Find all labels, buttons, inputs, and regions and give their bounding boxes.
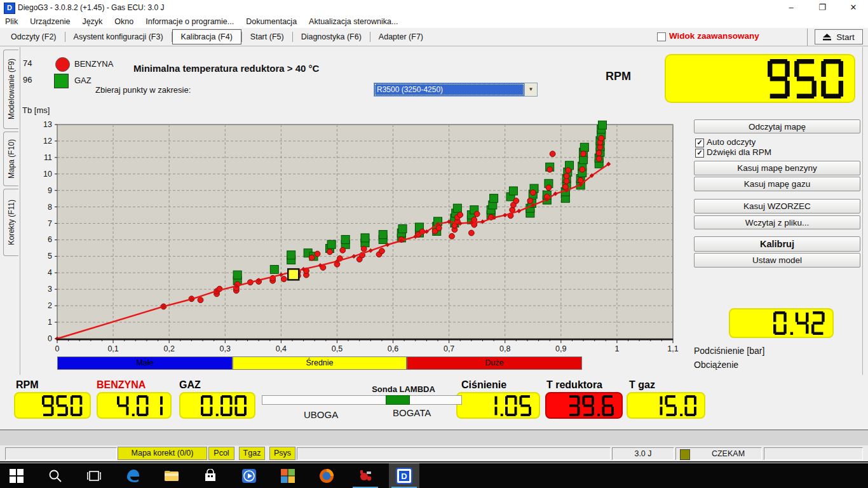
- rpm-display-label: RPM: [606, 70, 631, 83]
- lambda-probe-title: Sonda LAMBDA: [353, 384, 454, 394]
- advanced-view-checkbox[interactable]: [657, 32, 666, 41]
- status-panel: [297, 447, 611, 460]
- menu-item-urz-dzenie[interactable]: Urządzenie: [30, 17, 70, 26]
- psys-button[interactable]: Psys: [269, 447, 295, 460]
- start-connection-button[interactable]: Start: [815, 29, 863, 44]
- lambda-probe-indicator: [386, 395, 410, 405]
- menu-item-j-zyk[interactable]: Język: [82, 17, 102, 26]
- svg-text:8: 8: [48, 203, 52, 212]
- taskbar-edge-icon[interactable]: [118, 463, 148, 488]
- tab-adapter-f7[interactable]: Adapter (F7): [370, 30, 431, 44]
- calibration-chart[interactable]: 01234567891011121300,10,20,30,40,50,60,7…: [19, 102, 686, 356]
- tab-odczyty-f2[interactable]: Odczyty (F2): [3, 30, 65, 44]
- benzyna-point-count: 74: [23, 58, 32, 68]
- menu-item-informacje-o-programie[interactable]: Informacje o programie...: [146, 17, 234, 26]
- connection-state-indicator: [680, 449, 690, 460]
- correction-map-button[interactable]: Mapa korekt (0/0): [118, 447, 207, 460]
- svg-text:0,9: 0,9: [555, 344, 566, 353]
- side-tab-modelowanie-f9[interactable]: Modelowanie (F9): [3, 50, 18, 129]
- clear-gas-map-button[interactable]: Kasuj mapę gazu: [694, 177, 860, 191]
- load-segment-du-e: Duże: [407, 356, 582, 370]
- gaz-label: GAZ: [179, 379, 201, 391]
- windows-taskbar: DPOLPLP09:252015-09-16: [0, 463, 868, 488]
- lambda-lean-label: UBOGA: [304, 409, 338, 420]
- svg-text:9: 9: [48, 186, 52, 195]
- svg-text:7: 7: [48, 219, 52, 228]
- svg-text:5: 5: [48, 252, 52, 261]
- svg-text:0: 0: [55, 344, 60, 353]
- taskbar-photos-icon[interactable]: [273, 463, 303, 488]
- svg-text:1: 1: [614, 344, 619, 353]
- gaz-lcd-display: [179, 392, 255, 419]
- taskbar-firefox-icon[interactable]: [311, 463, 342, 488]
- tab-kalibracja-f4[interactable]: Kalibracja (F4): [172, 29, 241, 44]
- load-from-file-button[interactable]: Wczytaj z pliku...: [694, 215, 860, 229]
- rpm-lcd-display: [14, 392, 91, 419]
- menu-item-okno[interactable]: Okno: [114, 17, 133, 26]
- pcol-button[interactable]: Pcol: [208, 447, 234, 460]
- min-temperature-heading: Minimalna temperatura reduktora > 40 °C: [133, 63, 319, 74]
- close-button[interactable]: ✕: [843, 0, 864, 15]
- svg-text:2: 2: [48, 301, 52, 310]
- taskbar-diego-tool-icon[interactable]: [350, 463, 381, 488]
- set-model-button[interactable]: Ustaw model: [694, 253, 860, 268]
- t-gaz-lcd-display: [627, 392, 705, 419]
- svg-text:6: 6: [48, 235, 52, 244]
- side-tab-label: Mapa (F10): [7, 139, 16, 179]
- taskbar-store-icon[interactable]: [195, 463, 226, 488]
- obd-status-row: OBD:RPM:-----STFT[%]:-----/-----LTFT[%]:…: [0, 430, 868, 445]
- menu-item-aktualizacja-sterownika[interactable]: Aktualizacja sterownika...: [309, 17, 398, 26]
- svg-text:10: 10: [43, 170, 52, 179]
- menu-item-plik[interactable]: Plik: [5, 17, 18, 26]
- taskbar-diegog3-icon[interactable]: D: [389, 463, 419, 488]
- connection-state-panel: CZEKAM: [675, 447, 762, 460]
- taskbar-media-player-icon[interactable]: [234, 463, 264, 488]
- auto-read-label[interactable]: Auto odczyty: [707, 137, 756, 147]
- load-segment-ma-e: Małe: [57, 356, 233, 370]
- rpm-label: RPM: [16, 379, 39, 391]
- firmware-version: 3.0 J: [612, 447, 674, 460]
- rpm-sounds-checkbox[interactable]: ✓: [695, 149, 704, 158]
- tab-diagnostyka-f6[interactable]: Diagnostyka (F6): [293, 30, 370, 44]
- rpm-sounds-label[interactable]: Dźwięki dla RPM: [707, 147, 771, 157]
- side-tab-korekty-f11[interactable]: Korekty (F11): [3, 189, 18, 256]
- minimize-button[interactable]: –: [780, 0, 802, 15]
- connection-state-text: CZEKAM: [695, 449, 761, 458]
- load-segment--rednie: Średnie: [233, 356, 407, 370]
- calibrate-button[interactable]: Kalibruj: [694, 236, 860, 252]
- cisnienie-label: Ciśnienie: [461, 379, 506, 391]
- svg-text:0,5: 0,5: [332, 344, 342, 353]
- chevron-down-icon[interactable]: ▼: [524, 83, 537, 96]
- benzyna-marker-icon: [55, 57, 70, 72]
- svg-text:0: 0: [48, 334, 52, 343]
- svg-text:0,2: 0,2: [163, 344, 174, 353]
- taskbar-explorer-icon[interactable]: [156, 463, 187, 488]
- tgaz-button[interactable]: Tgaz: [239, 447, 265, 460]
- svg-text:12: 12: [43, 137, 52, 146]
- divider: [807, 29, 808, 46]
- taskbar-start-icon[interactable]: [1, 463, 32, 488]
- menu-item-dokumentacja[interactable]: Dokumentacja: [246, 17, 297, 26]
- start-button-label: Start: [836, 32, 855, 42]
- window-title: DiegoG3 - 3.0.8.2 (+1.45) - Gas ECU: 3.0…: [18, 3, 164, 12]
- clear-petrol-map-button[interactable]: Kasuj mapę benzyny: [694, 161, 860, 175]
- side-tab-mapa-f10[interactable]: Mapa (F10): [3, 132, 18, 186]
- taskbar-task-view-icon[interactable]: [79, 463, 109, 488]
- tab-asystent-konfiguracji-f3[interactable]: Asystent konfiguracji (F3): [65, 30, 172, 44]
- clear-pattern-button[interactable]: Kasuj WZORZEC: [694, 199, 860, 214]
- restore-button[interactable]: ❐: [811, 0, 833, 15]
- taskbar-search-icon[interactable]: [40, 463, 71, 488]
- read-map-button[interactable]: Odczytaj mapę: [694, 119, 860, 133]
- svg-text:0,4: 0,4: [276, 344, 287, 353]
- svg-text:1,1: 1,1: [667, 344, 678, 353]
- svg-text:0,1: 0,1: [107, 344, 118, 353]
- tab-start-f5[interactable]: Start (F5): [242, 30, 292, 44]
- status-panel: [764, 447, 863, 460]
- svg-text:13: 13: [43, 120, 52, 129]
- advanced-view-label[interactable]: Widok zaawansowany: [669, 31, 759, 41]
- benzyna-label: BENZYNA: [97, 379, 146, 391]
- svg-text:11: 11: [44, 153, 52, 162]
- rpm-range-combobox[interactable]: R3500 (3250-4250) ▼: [374, 83, 538, 97]
- eject-icon: [823, 34, 831, 41]
- auto-read-checkbox[interactable]: ✓: [695, 139, 704, 147]
